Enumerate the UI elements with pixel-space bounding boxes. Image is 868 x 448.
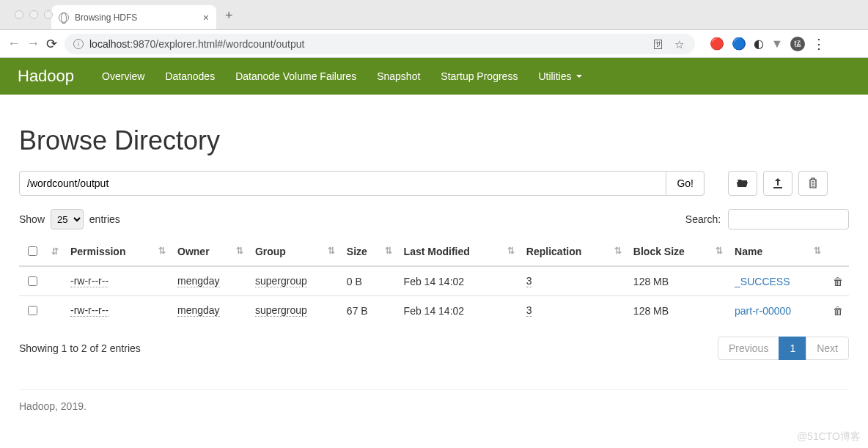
modified-text: Feb 14 14:02	[398, 266, 521, 296]
tab-title: Browsing HDFS	[75, 12, 137, 23]
length-select[interactable]: 25	[51, 209, 84, 229]
url-bar: ← → ⟳ i localhost:9870/explorer.html#/wo…	[0, 30, 868, 58]
table-info: Showing 1 to 2 of 2 entries	[19, 342, 141, 354]
forward-button[interactable]: →	[26, 36, 38, 51]
url-path: :9870/explorer.html#/wordcount/output	[130, 38, 304, 50]
zoom-window-icon[interactable]	[44, 10, 53, 19]
permission-text[interactable]: -rw-r--r--	[70, 275, 108, 287]
profile-avatar[interactable]: 猛	[790, 37, 805, 51]
nav-overview[interactable]: Overview	[92, 58, 155, 95]
nav-volume-failures[interactable]: Datanode Volume Failures	[225, 58, 367, 95]
url-host: localhost	[89, 38, 130, 50]
size-text: 67 B	[341, 296, 398, 326]
footer-text: Hadoop, 2019.	[19, 400, 849, 412]
reload-button[interactable]: ⟳	[45, 36, 57, 52]
replication-text[interactable]: 3	[526, 275, 532, 287]
trash-icon[interactable]: 🗑	[833, 305, 843, 317]
col-block-size[interactable]: Block Size⇅	[628, 237, 729, 266]
star-icon[interactable]: ☆	[674, 38, 686, 50]
directory-path-input[interactable]	[19, 171, 666, 196]
permission-text[interactable]: -rw-r--r--	[70, 304, 108, 317]
upload-icon	[772, 177, 784, 189]
close-window-icon[interactable]	[15, 10, 23, 19]
group-text[interactable]: supergroup	[255, 275, 307, 287]
table-row: -rw-r--r-- mengday supergroup 67 B Feb 1…	[19, 296, 849, 326]
file-link[interactable]: _SUCCESS	[735, 276, 790, 287]
trash-icon[interactable]: 🗑	[833, 276, 843, 287]
sort-icon: ⇅	[236, 246, 243, 256]
path-row: Go!	[19, 171, 849, 196]
extension-icon-4[interactable]: ▼	[771, 37, 783, 51]
sort-icon: ⇅	[507, 246, 515, 256]
minimize-window-icon[interactable]	[29, 10, 38, 19]
chevron-down-icon	[576, 75, 582, 78]
brand-label[interactable]: Hadoop	[18, 67, 74, 86]
group-text[interactable]: supergroup	[255, 304, 307, 317]
blocksize-text: 128 MB	[628, 296, 729, 326]
sort-icon: ⇅	[158, 246, 166, 256]
directory-table: ⇵ Permission⇅ Owner⇅ Group⇅ Size⇅ Last M…	[19, 237, 849, 325]
address-bar[interactable]: i localhost:9870/explorer.html#/wordcoun…	[65, 34, 695, 54]
nav-startup-progress[interactable]: Startup Progress	[430, 58, 528, 95]
new-tab-button[interactable]: +	[225, 8, 233, 23]
select-all-checkbox[interactable]	[28, 246, 37, 256]
main-content: Browse Directory Go! Show 25 entries	[0, 95, 868, 430]
blocksize-text: 128 MB	[628, 266, 729, 296]
extension-icon-3[interactable]: ◐	[754, 37, 764, 51]
globe-icon	[59, 12, 69, 23]
replication-text[interactable]: 3	[526, 304, 532, 317]
page-title: Browse Directory	[19, 125, 849, 156]
folder-open-icon	[737, 177, 749, 189]
close-tab-icon[interactable]: ×	[203, 12, 209, 23]
extension-icon-2[interactable]: 🔵	[732, 37, 746, 51]
menu-icon[interactable]: ⋮	[812, 36, 824, 52]
col-modified[interactable]: Last Modified⇅	[398, 237, 521, 266]
clipboard-icon	[807, 177, 819, 189]
previous-button[interactable]: Previous	[718, 337, 779, 360]
create-folder-button[interactable]	[728, 171, 757, 196]
pagination: Previous 1 Next	[718, 337, 849, 360]
owner-text[interactable]: mengday	[177, 304, 220, 317]
sort-icon: ⇅	[328, 246, 335, 256]
go-button[interactable]: Go!	[666, 171, 705, 196]
sort-icon: ⇅	[614, 246, 622, 256]
sort-icon: ⇅	[716, 246, 723, 256]
back-button[interactable]: ←	[7, 36, 19, 51]
nav-snapshot[interactable]: Snapshot	[367, 58, 430, 95]
modified-text: Feb 14 14:02	[398, 296, 521, 326]
nav-utilities-label: Utilities	[538, 70, 571, 82]
row-checkbox[interactable]	[28, 306, 37, 315]
extension-icon-1[interactable]: 🔴	[710, 37, 724, 51]
cut-button[interactable]	[798, 171, 828, 196]
col-name[interactable]: Name⇅	[729, 237, 827, 266]
site-info-icon[interactable]: i	[73, 39, 84, 49]
col-owner[interactable]: Owner⇅	[172, 237, 249, 266]
page-1-button[interactable]: 1	[779, 337, 806, 360]
sort-icon: ⇅	[385, 246, 392, 256]
sort-icon: ⇅	[814, 246, 821, 256]
file-link[interactable]: part-r-00000	[735, 305, 791, 317]
sort-icon[interactable]: ⇵	[51, 246, 59, 257]
col-group[interactable]: Group⇅	[249, 237, 341, 266]
col-permission[interactable]: Permission⇅	[65, 237, 172, 266]
hadoop-navbar: Hadoop Overview Datanodes Datanode Volum…	[0, 58, 868, 95]
entries-label: entries	[89, 213, 120, 225]
row-checkbox[interactable]	[28, 276, 37, 286]
nav-utilities[interactable]: Utilities	[528, 58, 592, 95]
translate-icon[interactable]: 🈂︎	[652, 38, 664, 50]
show-label: Show	[19, 213, 45, 225]
table-row: -rw-r--r-- mengday supergroup 0 B Feb 14…	[19, 266, 849, 296]
search-input[interactable]	[728, 209, 849, 229]
next-button[interactable]: Next	[806, 337, 849, 360]
search-label: Search:	[685, 213, 721, 225]
browser-tab-bar: Browsing HDFS × +	[0, 0, 868, 30]
window-controls[interactable]	[6, 10, 62, 19]
nav-datanodes[interactable]: Datanodes	[155, 58, 225, 95]
col-replication[interactable]: Replication⇅	[521, 237, 628, 266]
table-controls: Show 25 entries Search:	[19, 209, 849, 229]
upload-button[interactable]	[763, 171, 792, 196]
owner-text[interactable]: mengday	[177, 275, 220, 287]
col-size[interactable]: Size⇅	[341, 237, 398, 266]
browser-tab[interactable]: Browsing HDFS ×	[51, 5, 216, 29]
size-text: 0 B	[341, 266, 398, 296]
